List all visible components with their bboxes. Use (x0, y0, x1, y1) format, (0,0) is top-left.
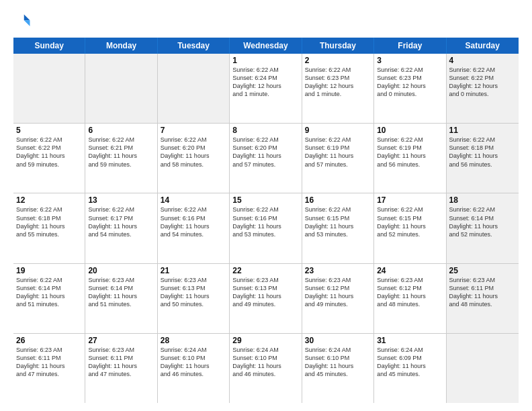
cell-info: Sunset: 6:13 PM (232, 284, 298, 292)
day-number: 30 (305, 336, 371, 345)
cal-day-24: 24Sunrise: 6:23 AMSunset: 6:12 PMDayligh… (374, 264, 446, 333)
cell-info: Daylight: 11 hours (16, 362, 82, 370)
day-number: 12 (16, 195, 82, 205)
cell-info: Sunset: 6:11 PM (449, 284, 516, 292)
cell-info: Sunset: 6:11 PM (88, 354, 154, 362)
cell-info: Sunrise: 6:23 AM (305, 276, 371, 284)
cell-info: and 59 minutes. (88, 161, 154, 169)
day-number: 7 (161, 126, 226, 135)
day-number: 22 (232, 266, 298, 275)
svg-marker-2 (16, 15, 24, 21)
cal-day-31: 31Sunrise: 6:24 AMSunset: 6:09 PMDayligh… (374, 334, 446, 403)
cal-day-9: 9Sunrise: 6:22 AMSunset: 6:19 PMDaylight… (302, 124, 374, 193)
cell-info: and 53 minutes. (305, 230, 371, 238)
cell-info: and 51 minutes. (88, 300, 154, 308)
cell-info: Sunrise: 6:22 AM (449, 136, 516, 144)
calendar-week-3: 12Sunrise: 6:22 AMSunset: 6:18 PMDayligh… (13, 193, 519, 263)
cell-info: Daylight: 11 hours (161, 292, 226, 300)
day-number: 26 (16, 336, 82, 345)
cell-info: Daylight: 12 hours (449, 82, 516, 90)
cell-info: Daylight: 11 hours (305, 222, 371, 230)
cell-info: and 47 minutes. (88, 370, 154, 378)
cell-info: Daylight: 12 hours (305, 82, 371, 90)
cell-info: and 53 minutes. (232, 230, 298, 238)
cell-info: Sunset: 6:09 PM (377, 354, 443, 362)
cell-info: Sunrise: 6:23 AM (232, 276, 298, 284)
calendar-week-1: 1Sunrise: 6:22 AMSunset: 6:24 PMDaylight… (13, 54, 519, 124)
cell-info: Sunrise: 6:22 AM (16, 205, 82, 214)
cell-info: Daylight: 11 hours (16, 222, 82, 230)
cal-day-13: 13Sunrise: 6:22 AMSunset: 6:17 PMDayligh… (85, 193, 157, 263)
cell-info: Sunrise: 6:22 AM (232, 66, 298, 74)
cell-info: Daylight: 11 hours (88, 152, 154, 160)
cell-info: and 47 minutes. (16, 370, 82, 378)
svg-marker-0 (24, 15, 30, 21)
cal-day-6: 6Sunrise: 6:22 AMSunset: 6:21 PMDaylight… (85, 124, 157, 193)
cell-info: Sunset: 6:15 PM (377, 214, 443, 222)
cell-info: Sunrise: 6:22 AM (377, 205, 443, 214)
logo-icon (13, 12, 32, 31)
cal-day-29: 29Sunrise: 6:24 AMSunset: 6:10 PMDayligh… (230, 334, 302, 403)
cell-info: Daylight: 11 hours (161, 362, 226, 370)
cell-info: Sunset: 6:20 PM (161, 144, 226, 152)
cell-info: Daylight: 11 hours (449, 292, 516, 300)
cal-header-sunday: Sunday (13, 38, 85, 54)
day-number: 6 (88, 126, 154, 135)
cell-info: Sunrise: 6:24 AM (377, 346, 443, 354)
cell-info: Sunrise: 6:22 AM (232, 205, 298, 214)
day-number: 27 (88, 336, 154, 345)
cell-info: Sunrise: 6:23 AM (449, 276, 516, 284)
cell-info: Daylight: 11 hours (232, 152, 298, 160)
cell-info: Sunrise: 6:22 AM (377, 136, 443, 144)
cell-info: Sunset: 6:10 PM (161, 354, 226, 362)
cal-empty (13, 54, 85, 123)
day-number: 13 (88, 195, 154, 205)
cell-info: Daylight: 11 hours (16, 152, 82, 160)
page: SundayMondayTuesdayWednesdayThursdayFrid… (0, 0, 532, 411)
cal-day-2: 2Sunrise: 6:22 AMSunset: 6:23 PMDaylight… (302, 54, 374, 123)
cell-info: Daylight: 11 hours (88, 362, 154, 370)
cell-info: Sunset: 6:16 PM (232, 214, 298, 222)
cell-info: Sunset: 6:14 PM (88, 284, 154, 292)
cell-info: Daylight: 11 hours (161, 222, 226, 230)
day-number: 3 (377, 56, 443, 65)
day-number: 19 (16, 266, 82, 275)
calendar-week-5: 26Sunrise: 6:23 AMSunset: 6:11 PMDayligh… (13, 334, 519, 403)
cal-day-19: 19Sunrise: 6:22 AMSunset: 6:14 PMDayligh… (13, 264, 85, 333)
cell-info: Sunset: 6:16 PM (161, 214, 226, 222)
cal-day-30: 30Sunrise: 6:24 AMSunset: 6:10 PMDayligh… (302, 334, 374, 403)
cal-day-3: 3Sunrise: 6:22 AMSunset: 6:23 PMDaylight… (374, 54, 446, 123)
cell-info: Sunset: 6:11 PM (16, 354, 82, 362)
cell-info: Sunset: 6:14 PM (449, 214, 516, 222)
cell-info: Sunrise: 6:22 AM (88, 205, 154, 214)
cell-info: and 52 minutes. (377, 230, 443, 238)
cell-info: Daylight: 11 hours (449, 222, 516, 230)
day-number: 1 (232, 56, 298, 65)
day-number: 2 (305, 56, 371, 65)
calendar: SundayMondayTuesdayWednesdayThursdayFrid… (13, 38, 519, 403)
cell-info: Daylight: 11 hours (449, 152, 516, 160)
cal-empty (85, 54, 157, 123)
cell-info: Sunrise: 6:22 AM (377, 66, 443, 74)
cell-info: and 59 minutes. (16, 161, 82, 169)
cell-info: Daylight: 12 hours (232, 82, 298, 90)
day-number: 17 (377, 195, 443, 205)
cell-info: Sunset: 6:21 PM (88, 144, 154, 152)
cell-info: and 50 minutes. (161, 300, 226, 308)
cell-info: Daylight: 11 hours (161, 152, 226, 160)
cell-info: and 49 minutes. (232, 300, 298, 308)
cell-info: Daylight: 11 hours (305, 362, 371, 370)
cell-info: and 55 minutes. (16, 230, 82, 238)
day-number: 14 (161, 195, 226, 205)
cell-info: Sunrise: 6:22 AM (161, 205, 226, 214)
cell-info: Sunrise: 6:22 AM (16, 136, 82, 144)
cal-header-monday: Monday (85, 38, 157, 54)
cell-info: Sunrise: 6:22 AM (305, 66, 371, 74)
cal-day-4: 4Sunrise: 6:22 AMSunset: 6:22 PMDaylight… (447, 54, 519, 123)
cell-info: Sunset: 6:20 PM (232, 144, 298, 152)
cell-info: Daylight: 11 hours (377, 152, 443, 160)
cell-info: and 48 minutes. (449, 300, 516, 308)
cal-day-7: 7Sunrise: 6:22 AMSunset: 6:20 PMDaylight… (158, 124, 230, 193)
cell-info: Sunrise: 6:22 AM (305, 205, 371, 214)
cal-header-thursday: Thursday (302, 38, 374, 54)
